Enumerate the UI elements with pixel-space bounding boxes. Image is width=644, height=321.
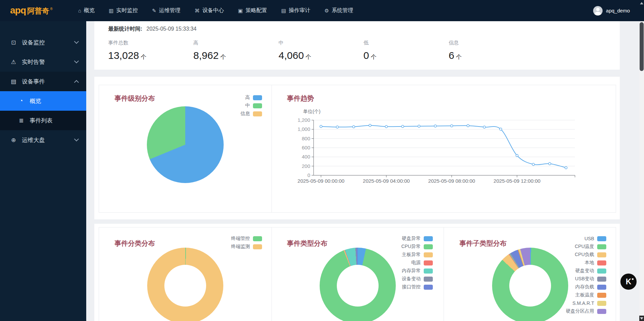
- legend-label: 硬盘异常: [402, 236, 421, 242]
- nav-item-operation-audit[interactable]: ▤操作审计: [281, 0, 310, 21]
- user-menu[interactable]: apq_demo: [593, 6, 630, 15]
- legend-label: 电源: [411, 260, 421, 266]
- legend-label: CPU温度: [575, 244, 594, 250]
- stat-unit: 个: [371, 54, 377, 60]
- legend-item[interactable]: 接口管控: [401, 283, 433, 291]
- legend-item[interactable]: 终端管控: [231, 235, 262, 243]
- legend-item[interactable]: 终端监测: [231, 243, 262, 251]
- legend-item[interactable]: 硬盘分区占用: [566, 307, 606, 315]
- legend-item[interactable]: S.M.A.R.T: [566, 299, 606, 307]
- nav-item-system-management[interactable]: ⚙系统管理: [324, 0, 353, 21]
- nav-item-overview[interactable]: ⌂概览: [78, 0, 95, 21]
- brand-logo[interactable]: apq 阿普奇 ®: [10, 5, 74, 16]
- nav-item-label: 系统管理: [332, 7, 353, 14]
- legend-swatch: [597, 301, 606, 306]
- event-level-pie-chart: [147, 106, 224, 183]
- legend-item[interactable]: 内存负载: [566, 283, 606, 291]
- stat-medium: 中4,060个: [279, 40, 311, 61]
- audit-doc-icon: ▤: [281, 8, 286, 14]
- gear-icon: ⚙: [324, 8, 329, 14]
- scroll-up-arrow-icon: [640, 2, 643, 4]
- legend-item[interactable]: CPU负载: [566, 251, 606, 259]
- nav-item-policy-config[interactable]: ▣策略配置: [238, 0, 267, 21]
- pen-icon: ✎: [152, 8, 156, 14]
- sidebar-item-realtime-alarm[interactable]: ⚠实时告警: [0, 52, 86, 72]
- legend-item[interactable]: 硬盘异常: [401, 235, 433, 243]
- scrollbar[interactable]: [639, 0, 644, 321]
- sidebar-item-device-monitor[interactable]: ⊡设备监控: [0, 33, 86, 52]
- gauge-icon: ◔: [18, 98, 25, 104]
- event-category-donut-chart: [147, 248, 223, 321]
- sidebar-item-label: 运维大盘: [22, 136, 45, 144]
- sidebar-item-device-event[interactable]: ▤设备事件: [0, 72, 86, 91]
- legend-item[interactable]: 设备变动: [401, 275, 433, 283]
- sidebar-item-label: 设备监控: [22, 39, 45, 46]
- trend-data-point: [320, 125, 322, 128]
- stat-value: 0个: [363, 50, 377, 61]
- floating-k-button[interactable]: K: [620, 274, 637, 290]
- nav-item-label: 运维管理: [159, 7, 181, 14]
- legend-item[interactable]: 本地: [566, 259, 606, 267]
- legend-swatch: [424, 277, 433, 282]
- legend-label: 信息: [240, 111, 250, 117]
- legend-item[interactable]: 信息: [240, 110, 262, 118]
- legend-swatch: [424, 269, 433, 274]
- charts-row-2: 事件分类分布 终端管控终端监测 事件类型分布 硬盘异常CPU异常主板异常电源内存…: [94, 224, 620, 321]
- stats-time-value: 2025-05-09 15:33:34: [147, 26, 197, 32]
- stat-value: 4,060个: [279, 50, 311, 61]
- legend-label: 主板异常: [402, 252, 421, 258]
- legend-item[interactable]: USB: [566, 235, 606, 243]
- primary-nav: ⌂概览▥实时监控✎运维管理⌘设备中心▣策略配置▤操作审计⚙系统管理: [78, 0, 353, 21]
- legend-item[interactable]: 主板异常: [401, 251, 433, 259]
- event-subtype-legend: USBCPU温度CPU负载本地硬盘变动USB变动内存负载主板温度S.M.A.R.…: [566, 235, 606, 315]
- legend-item[interactable]: 高: [240, 94, 262, 102]
- svg-text:2025-05-09 00:00:00: 2025-05-09 00:00:00: [297, 178, 344, 184]
- charts-row-1-box: 事件级别分布 高中信息 事件趋势 单位(个) 02004006008001,00…: [99, 85, 616, 213]
- legend-label: 高: [245, 95, 250, 101]
- legend-label: 终端管控: [231, 236, 250, 242]
- stat-label: 中: [279, 40, 311, 46]
- sidebar-item-event-list[interactable]: ≣事件列表: [0, 111, 86, 130]
- legend-item[interactable]: 电源: [401, 259, 433, 267]
- legend-item[interactable]: 主板温度: [566, 291, 606, 299]
- legend-label: 中: [245, 103, 250, 109]
- legend-item[interactable]: 硬盘变动: [566, 267, 606, 275]
- legend-swatch: [424, 285, 433, 290]
- legend-item[interactable]: 内存异常: [401, 267, 433, 275]
- trend-data-point: [434, 125, 437, 127]
- trend-data-point: [401, 125, 404, 128]
- trend-data-point: [532, 163, 535, 166]
- alert-triangle-icon: ⚠: [10, 59, 17, 66]
- hub-icon: ⌘: [195, 8, 200, 14]
- chart-title-event-level: 事件级别分布: [115, 94, 155, 103]
- event-trend-line-chart: 02004006008001,0001,2002025-05-09 00:00:…: [271, 85, 616, 212]
- trend-data-point: [451, 124, 453, 127]
- scrollbar-thumb[interactable]: [640, 22, 644, 71]
- sidebar: ⊡设备监控⚠实时告警▤设备事件◔概览≣事件列表⊕运维大盘: [0, 21, 86, 321]
- legend-item[interactable]: CPU异常: [401, 243, 433, 251]
- legend-item[interactable]: 中: [240, 102, 262, 110]
- stat-number: 0: [363, 50, 369, 61]
- sidebar-item-overview[interactable]: ◔概览: [0, 91, 86, 111]
- globe-icon: ⊕: [10, 137, 17, 144]
- nav-item-device-center[interactable]: ⌘设备中心: [195, 0, 224, 21]
- trend-data-point: [336, 126, 339, 128]
- legend-swatch: [253, 111, 262, 116]
- nav-item-label: 概览: [84, 7, 95, 14]
- legend-item[interactable]: CPU温度: [566, 243, 606, 251]
- legend-label: 硬盘变动: [575, 268, 594, 274]
- scrollbar-up-button[interactable]: [639, 0, 644, 21]
- sidebar-item-ops-dashboard[interactable]: ⊕运维大盘: [0, 130, 86, 150]
- screen-icon: ⊡: [10, 39, 17, 46]
- stat-value: 8,962个: [193, 50, 226, 61]
- stat-unit: 个: [141, 54, 147, 60]
- nav-item-ops-management[interactable]: ✎运维管理: [152, 0, 181, 21]
- stat-unit: 个: [305, 54, 311, 60]
- panel-event-trend: 事件趋势 单位(个) 02004006008001,0001,2002025-0…: [271, 85, 616, 212]
- scrollbar-down-button[interactable]: [639, 316, 644, 321]
- nav-item-realtime-monitor[interactable]: ▥实时监控: [109, 0, 138, 21]
- user-avatar-icon: [593, 6, 603, 15]
- stat-total: 事件总数13,028个: [108, 40, 147, 61]
- k-button-label: K: [626, 277, 632, 286]
- legend-item[interactable]: USB变动: [566, 275, 606, 283]
